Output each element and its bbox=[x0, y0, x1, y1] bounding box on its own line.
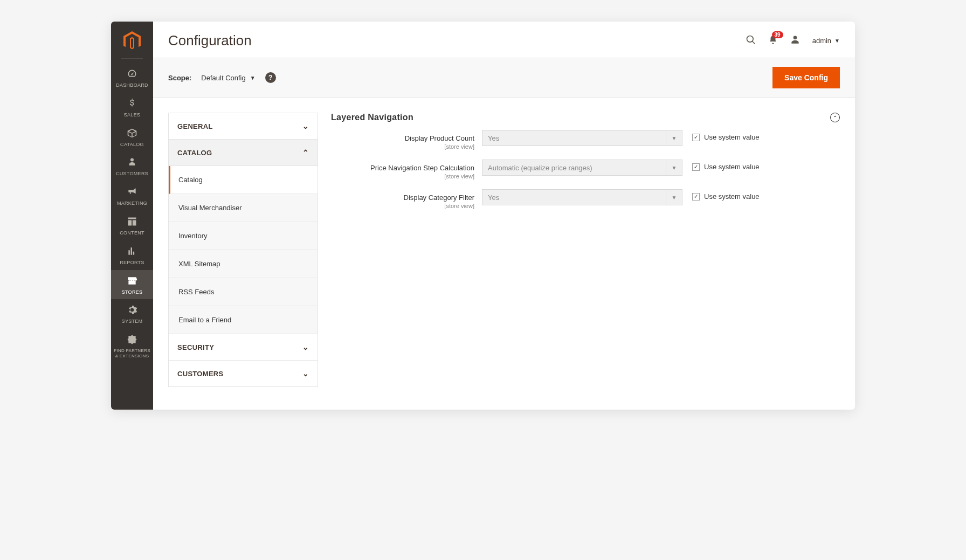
nav-content[interactable]: CONTENT bbox=[111, 211, 153, 240]
notifications-badge: 39 bbox=[772, 31, 783, 38]
nav-dashboard[interactable]: DASHBOARD bbox=[111, 63, 153, 93]
person-icon bbox=[127, 157, 137, 169]
svg-point-0 bbox=[747, 36, 753, 42]
search-icon[interactable] bbox=[746, 34, 756, 47]
field-scope-hint: [store view] bbox=[331, 173, 474, 179]
use-system-checkbox[interactable]: ✓ bbox=[692, 134, 700, 141]
dollar-icon bbox=[127, 98, 137, 110]
section-security[interactable]: SECURITY ⌄ bbox=[169, 334, 318, 361]
select-display-category-filter: Yes ▼ bbox=[482, 189, 682, 205]
user-icon[interactable] bbox=[790, 34, 801, 47]
nav-system[interactable]: SYSTEM bbox=[111, 299, 153, 329]
bars-icon bbox=[127, 246, 137, 258]
puzzle-icon bbox=[127, 334, 137, 346]
use-system-checkbox[interactable]: ✓ bbox=[692, 193, 700, 201]
nav-catalog[interactable]: CATALOG bbox=[111, 122, 153, 152]
page-header: Configuration 39 admin ▼ bbox=[153, 22, 855, 58]
use-system-label: Use system value bbox=[704, 163, 760, 171]
caret-down-icon: ▼ bbox=[666, 189, 682, 205]
subitem-rss-feeds[interactable]: RSS Feeds bbox=[169, 278, 318, 306]
left-nav: DASHBOARD SALES CATALOG CUSTOMERS MARKET… bbox=[111, 22, 153, 410]
nav-marketing[interactable]: MARKETING bbox=[111, 181, 153, 211]
gear-icon bbox=[127, 305, 137, 316]
user-name: admin bbox=[812, 37, 831, 45]
nav-reports[interactable]: REPORTS bbox=[111, 240, 153, 270]
subitem-catalog[interactable]: Catalog bbox=[169, 166, 318, 194]
config-panel: Layered Navigation ⌃ Display Product Cou… bbox=[331, 113, 840, 219]
caret-down-icon: ▼ bbox=[666, 160, 682, 176]
content-area: GENERAL ⌄ CATALOG ⌃ Catalog Visual Merch… bbox=[153, 98, 855, 402]
chevron-down-icon: ⌄ bbox=[302, 343, 309, 351]
user-dropdown[interactable]: admin ▼ bbox=[812, 37, 840, 45]
subitem-inventory[interactable]: Inventory bbox=[169, 222, 318, 250]
nav-partners-label: FIND PARTNERS& EXTENSIONS bbox=[114, 348, 150, 358]
use-system-label: Use system value bbox=[704, 192, 760, 201]
field-price-nav-step: Price Navigation Step Calculation [store… bbox=[331, 160, 840, 179]
caret-down-icon: ▼ bbox=[666, 130, 682, 146]
page-title: Configuration bbox=[168, 32, 252, 49]
chevron-down-icon: ⌄ bbox=[302, 122, 309, 130]
help-icon[interactable]: ? bbox=[265, 72, 276, 83]
use-system-checkbox[interactable]: ✓ bbox=[692, 163, 700, 171]
svg-line-1 bbox=[752, 41, 755, 44]
field-scope-hint: [store view] bbox=[331, 143, 474, 150]
caret-down-icon: ▼ bbox=[834, 38, 840, 44]
section-catalog[interactable]: CATALOG ⌃ bbox=[169, 140, 318, 166]
section-general[interactable]: GENERAL ⌄ bbox=[169, 113, 318, 140]
nav-divider bbox=[121, 58, 143, 59]
subitem-visual-merchandiser[interactable]: Visual Merchandiser bbox=[169, 194, 318, 222]
field-label: Price Navigation Step Calculation bbox=[370, 164, 474, 172]
caret-down-icon: ▼ bbox=[250, 75, 256, 81]
scope-value: Default Config bbox=[201, 74, 245, 82]
panel-header[interactable]: Layered Navigation ⌃ bbox=[331, 113, 840, 130]
field-display-product-count: Display Product Count [store view] Yes ▼… bbox=[331, 130, 840, 150]
notifications-button[interactable]: 39 bbox=[768, 34, 778, 47]
nav-sales[interactable]: SALES bbox=[111, 93, 153, 122]
config-sidebar: GENERAL ⌄ CATALOG ⌃ Catalog Visual Merch… bbox=[168, 113, 318, 387]
field-scope-hint: [store view] bbox=[331, 203, 474, 209]
nav-partners[interactable]: FIND PARTNERS& EXTENSIONS bbox=[111, 329, 153, 363]
magento-logo[interactable] bbox=[122, 31, 142, 51]
chevron-up-icon: ⌃ bbox=[302, 148, 309, 157]
field-display-category-filter: Display Category Filter [store view] Yes… bbox=[331, 189, 840, 209]
nav-stores[interactable]: STORES bbox=[111, 270, 153, 300]
catalog-subitems: Catalog Visual Merchandiser Inventory XM… bbox=[169, 166, 318, 334]
main-area: Configuration 39 admin ▼ Scope: Default … bbox=[153, 22, 855, 410]
content-icon bbox=[127, 216, 137, 228]
field-label: Display Product Count bbox=[405, 134, 474, 142]
nav-customers[interactable]: CUSTOMERS bbox=[111, 151, 153, 181]
scope-selector[interactable]: Default Config ▼ bbox=[201, 74, 255, 82]
subitem-email-friend[interactable]: Email to a Friend bbox=[169, 306, 318, 334]
save-config-button[interactable]: Save Config bbox=[772, 67, 840, 88]
header-actions: 39 admin ▼ bbox=[746, 34, 840, 47]
panel-title: Layered Navigation bbox=[331, 113, 413, 122]
scope-bar: Scope: Default Config ▼ ? Save Config bbox=[153, 58, 855, 98]
megaphone-icon bbox=[127, 186, 137, 198]
select-display-product-count: Yes ▼ bbox=[482, 130, 682, 146]
section-customers[interactable]: CUSTOMERS ⌄ bbox=[169, 361, 318, 386]
store-icon bbox=[127, 275, 137, 287]
subitem-xml-sitemap[interactable]: XML Sitemap bbox=[169, 250, 318, 278]
gauge-icon bbox=[127, 68, 137, 80]
chevron-down-icon: ⌄ bbox=[302, 369, 309, 378]
collapse-icon[interactable]: ⌃ bbox=[830, 113, 840, 122]
box-icon bbox=[127, 128, 137, 140]
field-label: Display Category Filter bbox=[404, 193, 475, 202]
app-window: DASHBOARD SALES CATALOG CUSTOMERS MARKET… bbox=[111, 22, 855, 410]
scope-label: Scope: bbox=[168, 74, 191, 82]
use-system-label: Use system value bbox=[704, 133, 760, 141]
select-price-nav-step: Automatic (equalize price ranges) ▼ bbox=[482, 160, 682, 176]
